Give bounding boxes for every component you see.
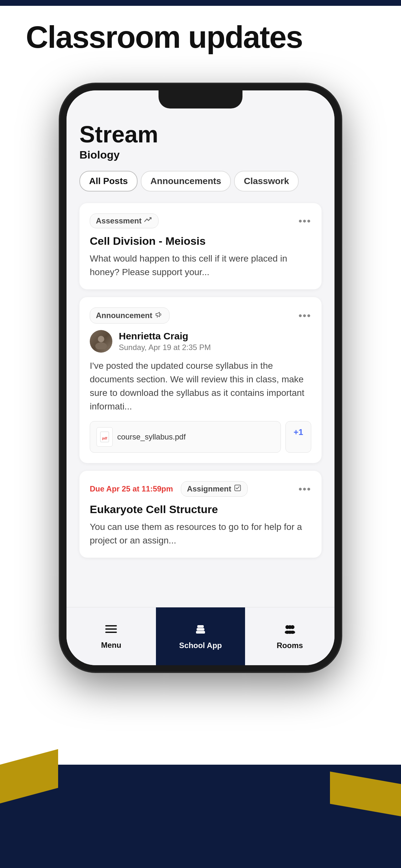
- announcement-body: I've posted the updated course syllabus …: [90, 359, 311, 413]
- tab-all-posts[interactable]: All Posts: [80, 171, 137, 191]
- phone-frame: Stream Biology All Posts Announcements C…: [60, 84, 341, 672]
- notch: [158, 90, 243, 108]
- svg-point-17: [287, 631, 292, 634]
- svg-rect-10: [197, 628, 204, 631]
- announcement-card[interactable]: Announcement •••: [80, 297, 321, 463]
- attachment-extra[interactable]: +1: [285, 421, 311, 453]
- attachment-filename: course_syllabus.pdf: [117, 432, 186, 441]
- announcement-badge: Announcement: [90, 307, 169, 323]
- nav-menu-label: Menu: [101, 641, 121, 650]
- announcement-icon: [155, 310, 163, 321]
- top-bar: [0, 0, 401, 6]
- assignment-card[interactable]: Due Apr 25 at 11:59pm Assignment •••: [80, 471, 321, 558]
- assignment-body: You can use them as resources to go to f…: [90, 520, 311, 547]
- author-info: Henrietta Craig Sunday, Apr 19 at 2:35 P…: [119, 331, 211, 352]
- assignment-badge: Assignment: [181, 481, 248, 497]
- rooms-icon: [283, 623, 297, 638]
- tab-announcements[interactable]: Announcements: [141, 171, 231, 191]
- stream-title: Stream: [80, 123, 321, 146]
- avatar: [90, 330, 112, 352]
- assessment-body: What would happen to this cell if it wer…: [90, 252, 311, 279]
- author-name: Henrietta Craig: [119, 331, 211, 342]
- card-header-assignment: Due Apr 25 at 11:59pm Assignment •••: [90, 481, 311, 497]
- stream-subtitle: Biology: [80, 149, 321, 161]
- bottom-nav: Menu School App: [66, 607, 335, 665]
- more-options-icon[interactable]: •••: [298, 215, 311, 227]
- tabs-container: All Posts Announcements Classwork: [80, 171, 321, 191]
- svg-point-1: [98, 336, 104, 342]
- svg-rect-9: [196, 631, 205, 633]
- svg-point-14: [288, 625, 292, 629]
- svg-point-2: [95, 342, 107, 349]
- attachment-pdf[interactable]: pdf course_syllabus.pdf: [90, 421, 281, 453]
- assessment-title: Cell Division - Meiosis: [90, 235, 311, 247]
- card-header-left: Due Apr 25 at 11:59pm Assignment: [90, 481, 248, 497]
- due-date: Due Apr 25 at 11:59pm: [90, 485, 173, 493]
- more-options-assignment-icon[interactable]: •••: [298, 483, 311, 495]
- assessment-icon: [144, 216, 152, 225]
- nav-rooms[interactable]: Rooms: [245, 608, 335, 665]
- menu-icon: [104, 623, 118, 638]
- card-header-announcement: Announcement •••: [90, 307, 311, 323]
- page-title: Classroom updates: [26, 20, 303, 55]
- tab-classwork[interactable]: Classwork: [234, 171, 299, 191]
- assignment-icon: [234, 484, 242, 494]
- assessment-badge: Assessment: [90, 213, 158, 228]
- card-header-assessment: Assessment •••: [90, 213, 311, 228]
- screen-content: Stream Biology All Posts Announcements C…: [66, 90, 335, 665]
- more-options-announcement-icon[interactable]: •••: [298, 310, 311, 321]
- phone-screen: Stream Biology All Posts Announcements C…: [66, 90, 335, 665]
- nav-school-app-label: School App: [179, 641, 222, 650]
- assignment-title: Eukaryote Cell Structure: [90, 503, 311, 516]
- pdf-icon: pdf: [96, 427, 113, 446]
- svg-text:pdf: pdf: [102, 437, 107, 440]
- nav-rooms-label: Rooms: [277, 641, 303, 650]
- svg-rect-11: [197, 625, 204, 628]
- nav-menu[interactable]: Menu: [66, 608, 156, 665]
- attachment-row: pdf course_syllabus.pdf +1: [90, 421, 311, 453]
- assessment-card[interactable]: Assessment ••• Cell Division - Meiosis W…: [80, 203, 321, 289]
- school-app-icon: [193, 623, 208, 638]
- author-date: Sunday, Apr 19 at 2:35 PM: [119, 343, 211, 352]
- nav-school-app[interactable]: School App: [156, 608, 245, 665]
- author-row: Henrietta Craig Sunday, Apr 19 at 2:35 P…: [90, 330, 311, 352]
